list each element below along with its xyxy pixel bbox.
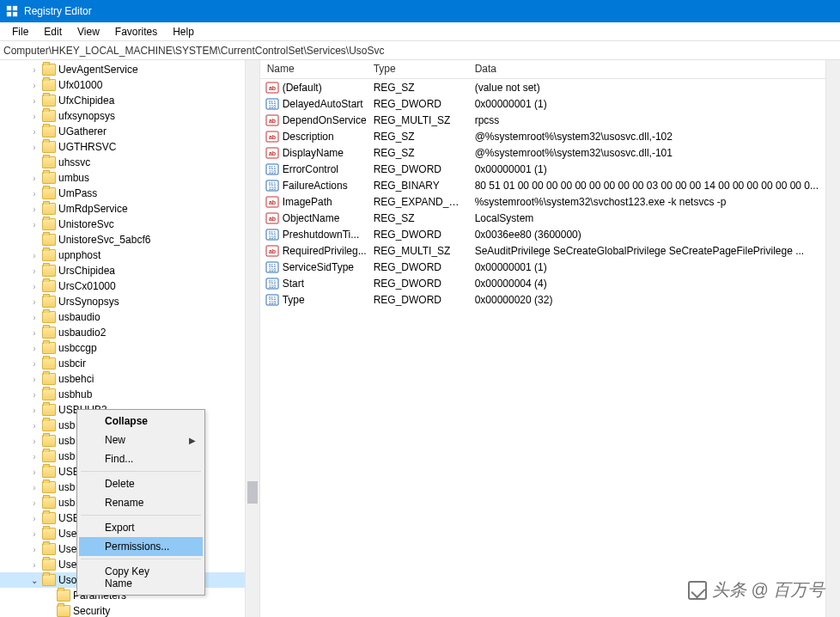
- expand-arrow-icon[interactable]: ›: [29, 406, 40, 415]
- expand-arrow-icon[interactable]: ›: [29, 498, 40, 508]
- tree-item[interactable]: UnistoreSvc_5abcf6: [0, 232, 259, 247]
- expand-arrow-icon[interactable]: ›: [29, 251, 40, 260]
- tree-item[interactable]: ›UrsChipidea: [0, 263, 259, 278]
- value-name: ObjectName: [283, 212, 340, 224]
- context-new[interactable]: New▶: [79, 431, 203, 449]
- value-row[interactable]: abDisplayNameREG_SZ@%systemroot%\system3…: [260, 144, 825, 161]
- expand-arrow-icon[interactable]: ›: [29, 266, 40, 276]
- expand-arrow-icon[interactable]: ›: [29, 112, 40, 121]
- folder-icon: [42, 187, 56, 199]
- tree-item[interactable]: ›usbccgp: [0, 340, 259, 356]
- expand-arrow-icon[interactable]: ›: [29, 174, 40, 183]
- address-bar[interactable]: Computer\HKEY_LOCAL_MACHINE\SYSTEM\Curre…: [0, 41, 840, 60]
- value-row[interactable]: abObjectNameREG_SZLocalSystem: [260, 210, 825, 226]
- folder-icon: [42, 218, 56, 230]
- tree-item[interactable]: ›UGTHRSVC: [0, 139, 259, 155]
- expand-arrow-icon[interactable]: ›: [29, 452, 40, 461]
- column-data[interactable]: Data: [468, 60, 825, 78]
- value-row[interactable]: 011110StartREG_DWORD0x00000004 (4): [260, 275, 825, 291]
- expand-arrow-icon[interactable]: ›: [29, 344, 40, 353]
- expand-arrow-icon[interactable]: ›: [29, 467, 40, 477]
- tree-scroll-thumb[interactable]: [247, 481, 258, 504]
- value-name-cell: 011110ServiceSidType: [260, 260, 367, 274]
- menu-file[interactable]: File: [5, 24, 35, 40]
- value-row[interactable]: 011110ServiceSidTypeREG_DWORD0x00000001 …: [260, 259, 825, 275]
- expand-arrow-icon[interactable]: ›: [29, 96, 40, 106]
- expand-arrow-icon[interactable]: ›: [29, 143, 40, 152]
- column-name[interactable]: Name: [260, 60, 367, 78]
- expand-arrow-icon[interactable]: ›: [29, 328, 40, 338]
- context-collapse[interactable]: Collapse: [79, 412, 203, 431]
- value-row[interactable]: ab(Default)REG_SZ(value not set): [260, 79, 825, 95]
- expand-arrow-icon[interactable]: ›: [29, 297, 40, 307]
- tree-item[interactable]: ›usbehci: [0, 371, 259, 387]
- context-delete[interactable]: Delete: [79, 474, 203, 493]
- expand-arrow-icon[interactable]: ›: [29, 189, 40, 199]
- tree-item[interactable]: ›umbus: [0, 170, 259, 186]
- tree-item[interactable]: ›usbaudio: [0, 309, 259, 325]
- folder-icon: [42, 110, 56, 122]
- tree-item[interactable]: ›usbcir: [0, 356, 259, 371]
- expand-arrow-icon[interactable]: ›: [29, 421, 40, 431]
- expand-arrow-icon[interactable]: ›: [29, 220, 40, 229]
- tree-item[interactable]: uhssvc: [0, 155, 259, 170]
- tree-scrollbar[interactable]: [245, 60, 259, 617]
- value-row[interactable]: 011110TypeREG_DWORD0x00000020 (32): [260, 291, 825, 308]
- value-row[interactable]: abImagePathREG_EXPAND_SZ%systemroot%\sys…: [260, 193, 825, 210]
- tree-item[interactable]: ›Ufx01000: [0, 77, 259, 93]
- tree-item[interactable]: ›UGatherer: [0, 124, 259, 139]
- menu-help[interactable]: Help: [166, 24, 201, 40]
- folder-icon: [42, 481, 56, 493]
- expand-arrow-icon[interactable]: ›: [29, 437, 40, 446]
- tree-item[interactable]: ›upnphost: [0, 247, 259, 263]
- tree-item[interactable]: ›UrsSynopsys: [0, 294, 259, 309]
- folder-icon: [42, 249, 56, 261]
- expand-arrow-icon[interactable]: ›: [29, 529, 40, 539]
- expand-arrow-open-icon[interactable]: ⌄: [29, 576, 40, 585]
- context-find[interactable]: Find...: [79, 449, 203, 468]
- expand-arrow-icon[interactable]: ›: [29, 514, 40, 523]
- tree-item[interactable]: Security: [0, 603, 259, 617]
- context-rename[interactable]: Rename: [79, 493, 203, 512]
- expand-arrow-icon[interactable]: ›: [29, 545, 40, 554]
- expand-arrow-icon[interactable]: ›: [29, 560, 40, 570]
- tree-item[interactable]: ›UrsCx01000: [0, 278, 259, 294]
- context-permissions[interactable]: Permissions...: [79, 537, 203, 556]
- tree-label: usb: [58, 450, 75, 462]
- value-row[interactable]: 011110FailureActionsREG_BINARY80 51 01 0…: [260, 177, 825, 193]
- menu-favorites[interactable]: Favorites: [108, 24, 164, 40]
- menu-edit[interactable]: Edit: [37, 24, 69, 40]
- tree-item[interactable]: ›UfxChipidea: [0, 93, 259, 108]
- expand-arrow-icon[interactable]: ›: [29, 282, 40, 291]
- value-row[interactable]: abDescriptionREG_SZ@%systemroot%\system3…: [260, 128, 825, 144]
- svg-text:110: 110: [268, 169, 276, 174]
- expand-arrow-icon[interactable]: ›: [29, 205, 40, 214]
- tree-label: usb: [58, 435, 75, 447]
- expand-arrow-icon[interactable]: ›: [29, 65, 40, 75]
- expand-arrow-icon[interactable]: ›: [29, 359, 40, 369]
- column-type[interactable]: Type: [367, 60, 468, 78]
- tree-item[interactable]: ›UnistoreSvc: [0, 217, 259, 232]
- tree-item[interactable]: ›UmRdpService: [0, 201, 259, 217]
- menu-view[interactable]: View: [70, 24, 107, 40]
- tree-item[interactable]: ›usbaudio2: [0, 325, 259, 340]
- value-row[interactable]: abDependOnServiceREG_MULTI_SZrpcss: [260, 112, 825, 128]
- tree-item[interactable]: ›UmPass: [0, 186, 259, 201]
- expand-arrow-icon[interactable]: ›: [29, 81, 40, 90]
- tree-item[interactable]: ›usbhub: [0, 387, 259, 402]
- expand-arrow-icon[interactable]: ›: [29, 390, 40, 400]
- value-row[interactable]: abRequiredPrivileg...REG_MULTI_SZSeAudit…: [260, 242, 825, 259]
- value-row[interactable]: 011110PreshutdownTi...REG_DWORD0x0036ee8…: [260, 226, 825, 242]
- value-row[interactable]: 011110ErrorControlREG_DWORD0x00000001 (1…: [260, 161, 825, 177]
- value-row[interactable]: 011110DelayedAutoStartREG_DWORD0x0000000…: [260, 95, 825, 112]
- expand-arrow-icon[interactable]: ›: [29, 127, 40, 137]
- expand-arrow-icon[interactable]: ›: [29, 483, 40, 492]
- tree-item[interactable]: ›ufxsynopsys: [0, 108, 259, 124]
- expand-arrow-icon[interactable]: ›: [29, 313, 40, 322]
- tree-label: usb: [58, 481, 75, 493]
- context-export[interactable]: Export: [79, 518, 203, 537]
- list-scrollbar[interactable]: [825, 60, 840, 617]
- context-copy-key-name[interactable]: Copy Key Name: [79, 562, 203, 593]
- expand-arrow-icon[interactable]: ›: [29, 375, 40, 384]
- tree-item[interactable]: ›UevAgentService: [0, 62, 259, 77]
